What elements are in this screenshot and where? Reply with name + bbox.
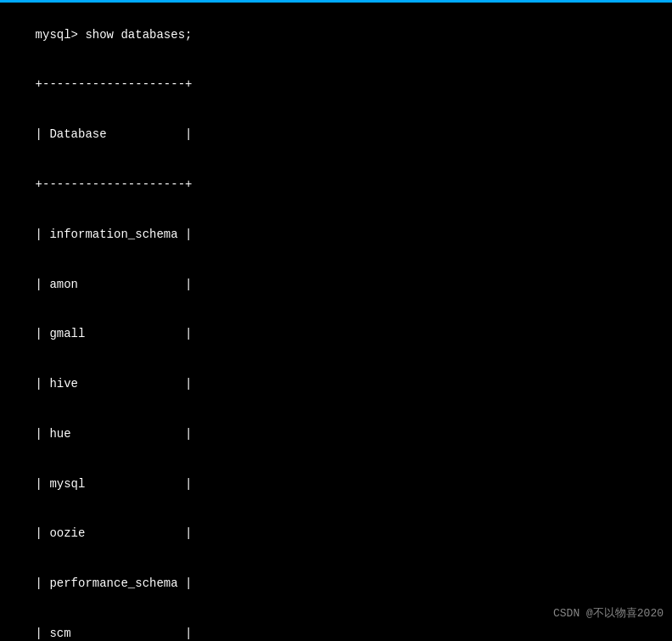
row-scm-1: | scm | [36, 627, 193, 640]
row-oozie-1: | oozie | [36, 526, 193, 540]
table-border-1b: +--------------------+ [36, 177, 193, 191]
watermark-text: CSDN @不以物喜2020 [553, 605, 664, 621]
row-amon-1: | amon | [36, 278, 193, 291]
row-mysql-1: | mysql | [36, 477, 193, 491]
table-header-1: | Database | [36, 127, 193, 141]
terminal-content: mysql> show databases; +----------------… [7, 10, 665, 641]
row-performance-schema-1: | performance_schema | [36, 576, 193, 590]
row-hive-1: | hive | [36, 377, 193, 391]
command-1: mysql> show databases; [36, 28, 193, 42]
row-gmall-1: | gmall | [36, 327, 193, 340]
terminal-window: mysql> show databases; +----------------… [0, 0, 672, 641]
row-hue-1: | hue | [36, 427, 193, 441]
row-information-schema-1: | information_schema | [36, 228, 193, 241]
table-border-1a: +--------------------+ [36, 77, 193, 91]
top-border [0, 0, 672, 3]
